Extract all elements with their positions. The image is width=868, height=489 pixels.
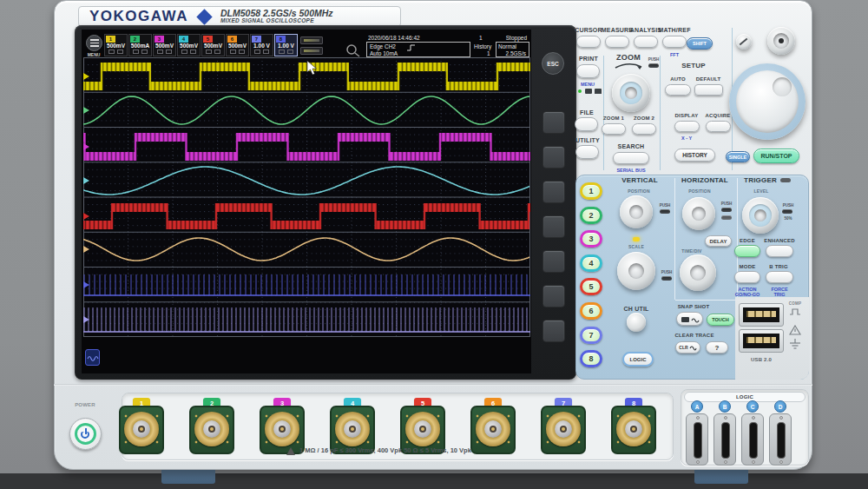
logic-port-screw-bottom — [724, 460, 727, 464]
mode-button[interactable] — [734, 271, 760, 283]
delay-button[interactable]: DELAY — [705, 235, 732, 247]
softkey-6[interactable] — [542, 285, 565, 307]
channel-badge-1[interactable]: 1500mV — [104, 34, 128, 56]
channel-badge-2[interactable]: 2500mA — [128, 34, 152, 56]
analysis-button[interactable] — [634, 36, 658, 48]
history-button[interactable]: HISTORY — [674, 149, 715, 162]
waveform-thumbnail-icon[interactable] — [85, 349, 100, 366]
trigger-level-knob[interactable] — [742, 197, 779, 234]
zoom2-button[interactable] — [632, 123, 656, 135]
logic-title: LOGIC — [736, 394, 753, 400]
snap-shot-button[interactable] — [676, 312, 703, 326]
logic-button[interactable]: LOGIC — [622, 352, 654, 367]
channel-coupling-icons — [279, 50, 293, 54]
b-trig-button[interactable] — [766, 271, 793, 283]
scale-led — [633, 237, 640, 241]
utility-label: UTILITY — [575, 137, 600, 143]
channel-badge-6[interactable]: 6500mV — [226, 34, 249, 56]
b-trig-label: B TRIG — [769, 264, 788, 269]
vertical-position-knob[interactable] — [620, 195, 653, 228]
adjust-screw-knob[interactable] — [736, 34, 752, 50]
default-button[interactable] — [694, 84, 723, 96]
history-label: History — [474, 43, 491, 50]
zoom-knob[interactable] — [612, 74, 650, 112]
esc-button[interactable]: ESC — [542, 52, 564, 75]
zoom2-label: ZOOM 2 — [634, 116, 654, 121]
file-button[interactable] — [575, 117, 598, 131]
print-button[interactable] — [576, 64, 600, 78]
logic-group-badge-a[interactable] — [300, 36, 323, 44]
trigger-led — [780, 178, 791, 182]
channel-badge-5[interactable]: 5500mV — [201, 34, 225, 56]
channel-8-button[interactable]: 8 — [580, 350, 602, 367]
search-button[interactable] — [613, 152, 649, 164]
timediv-label: TIME/DIV — [681, 249, 701, 254]
horizontal-position-knob[interactable] — [682, 197, 715, 230]
edge-button[interactable] — [734, 245, 760, 257]
channel-badge-7[interactable]: 71.00 V — [250, 34, 273, 56]
channel-button-column: 12345678 — [580, 182, 602, 367]
search-label: SEARCH — [618, 143, 645, 149]
folder-icon — [585, 89, 592, 94]
channel-badge-4[interactable]: 4500mV — [177, 34, 201, 56]
power-button[interactable] — [69, 418, 102, 450]
measure-button[interactable] — [605, 36, 629, 48]
shift-button[interactable]: SHIFT — [687, 37, 713, 50]
intensity-knob[interactable] — [767, 27, 795, 55]
timediv-knob[interactable] — [680, 254, 716, 291]
channel-2-button[interactable]: 2 — [580, 207, 602, 224]
bnc-connector-ch8: 8 — [603, 398, 664, 464]
mathref-button[interactable] — [662, 36, 687, 48]
jog-dial[interactable] — [736, 70, 799, 133]
vertical-push-label: PUSH — [660, 203, 671, 208]
channel-6-button[interactable]: 6 — [580, 302, 602, 320]
softkey-3[interactable] — [542, 181, 565, 203]
softkey-2[interactable] — [542, 146, 565, 169]
display-button[interactable] — [674, 121, 700, 132]
ch-util-button[interactable] — [627, 313, 646, 332]
enhanced-label: ENHANCED — [764, 238, 795, 243]
zoom1-button[interactable] — [602, 123, 626, 135]
channel-3-button[interactable]: 3 — [580, 230, 602, 248]
channel-coupling-icons — [157, 50, 172, 54]
utility-button[interactable] — [575, 145, 599, 159]
channel-1-button[interactable]: 1 — [580, 182, 602, 200]
enhanced-button[interactable] — [766, 245, 793, 257]
channel-5-button[interactable]: 5 — [580, 278, 602, 295]
help-button[interactable]: ? — [706, 341, 728, 354]
sample-rate: 2.5GS/s — [506, 50, 526, 56]
channel-badge-3[interactable]: 3500mV — [153, 34, 176, 56]
bnc-center-pin — [560, 426, 567, 433]
nameplate: YOKOGAWA DLM5058 2.5GS/s 500MHz MIXED SI… — [78, 6, 401, 27]
softkey-4[interactable] — [542, 215, 565, 238]
logic-port-screw-bottom — [752, 460, 755, 464]
clear-button[interactable]: CLR — [675, 341, 700, 354]
search-zoom-icon[interactable] — [345, 43, 362, 58]
zoom-rotate-arrow-icon — [613, 61, 646, 69]
auto-button[interactable] — [665, 84, 691, 96]
softkey-1[interactable] — [542, 111, 565, 134]
channel-7-button[interactable]: 7 — [580, 327, 602, 344]
cursor-button[interactable] — [576, 36, 601, 48]
waveform-display[interactable] — [83, 57, 530, 337]
clr-text: CLR — [679, 345, 687, 350]
single-button[interactable]: SINGLE — [726, 151, 750, 162]
menu-icon[interactable] — [86, 35, 102, 51]
channel-badge-8[interactable]: 81.00 V — [274, 34, 298, 56]
logic-group-badge-b[interactable] — [300, 47, 323, 55]
channel-badge-number: 7 — [252, 36, 261, 43]
input-rating-row: 1 MΩ / 16 pF ≤ 300 Vrms, 400 Vpk 50 Ω ≤ … — [286, 446, 471, 454]
status-datetime: 2020/06/18 14:46:42 — [368, 35, 420, 41]
softkey-7[interactable] — [542, 320, 565, 342]
softkey-5[interactable] — [542, 250, 565, 273]
horizontal-push-label: PUSH — [721, 202, 733, 206]
display-label: DISPLAY — [675, 113, 699, 118]
run-stop-button[interactable]: RUN/STOP — [753, 149, 799, 163]
analysis-label: ANALYSIS — [630, 27, 661, 33]
acquire-button[interactable] — [706, 121, 731, 132]
comp-label: COMP — [789, 302, 801, 307]
touch-button[interactable]: TOUCH — [707, 314, 734, 326]
vertical-scale-knob[interactable] — [617, 252, 655, 290]
logic-port-c — [741, 413, 764, 466]
channel-4-button[interactable]: 4 — [580, 254, 602, 272]
